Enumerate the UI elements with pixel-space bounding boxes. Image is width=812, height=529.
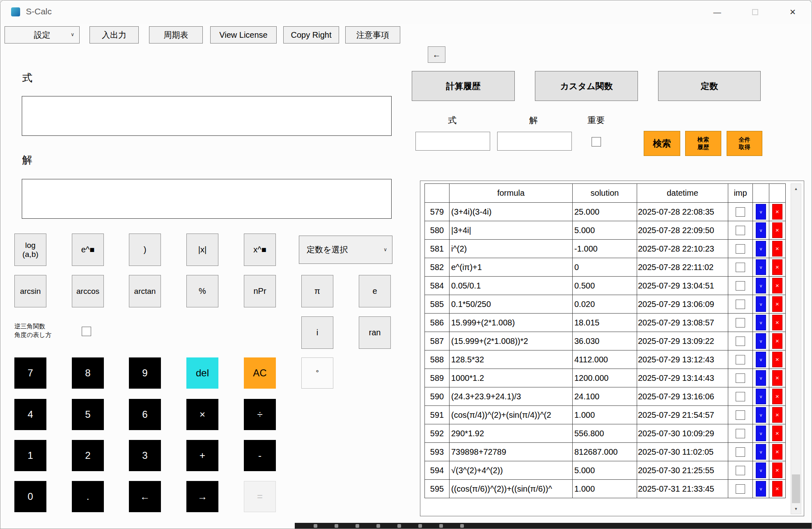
digit-6-key[interactable]: 6 [129, 399, 161, 430]
row-important-checkbox[interactable] [736, 226, 745, 235]
row-edit-button[interactable]: v [756, 389, 766, 404]
decimal-key[interactable]: . [72, 481, 104, 512]
row-important-checkbox[interactable] [736, 429, 745, 438]
all-clear-key[interactable]: AC [244, 357, 276, 389]
settings-dropdown[interactable]: 設定 ∨ [5, 26, 80, 44]
row-delete-button[interactable]: × [772, 370, 782, 386]
abs-key[interactable]: |x| [186, 234, 218, 266]
row-important-checkbox[interactable] [736, 318, 745, 327]
row-delete-button[interactable]: × [772, 222, 782, 238]
row-important-checkbox[interactable] [736, 281, 745, 291]
row-delete-button[interactable]: × [772, 278, 782, 293]
minimize-button[interactable]: — [698, 0, 736, 24]
taskbar-icon[interactable] [439, 524, 443, 528]
row-edit-button[interactable]: v [756, 352, 766, 367]
digit-4-key[interactable]: 4 [14, 399, 46, 430]
search-button[interactable]: 検索 [644, 131, 680, 156]
maximize-button[interactable] [736, 0, 774, 24]
io-button[interactable]: 入出力 [89, 26, 139, 44]
tab-custom-functions[interactable]: カスタム関数 [535, 71, 638, 101]
taskbar-icon[interactable] [376, 524, 380, 528]
taskbar-icon[interactable] [397, 524, 401, 528]
divide-key[interactable]: ÷ [244, 399, 276, 430]
row-important-checkbox[interactable] [736, 392, 745, 401]
row-delete-button[interactable]: × [772, 259, 782, 275]
row-important-checkbox[interactable] [736, 410, 745, 420]
row-edit-button[interactable]: v [756, 259, 766, 275]
taskbar-icon[interactable] [418, 524, 422, 528]
row-important-checkbox[interactable] [736, 466, 745, 475]
row-edit-button[interactable]: v [756, 370, 766, 386]
taskbar-icon[interactable] [335, 524, 338, 528]
multiply-key[interactable]: × [186, 399, 218, 430]
taskbar-icon[interactable] [356, 524, 359, 528]
digit-0-key[interactable]: 0 [14, 481, 46, 512]
solution-display[interactable] [22, 179, 392, 219]
row-delete-button[interactable]: × [772, 389, 782, 404]
add-key[interactable]: + [186, 440, 218, 471]
row-edit-button[interactable]: v [756, 333, 766, 349]
arctan-key[interactable]: arctan [129, 275, 161, 307]
row-edit-button[interactable]: v [756, 444, 766, 460]
arcsin-key[interactable]: arcsin [14, 275, 46, 307]
row-delete-button[interactable]: × [772, 333, 782, 349]
row-delete-button[interactable]: × [772, 481, 782, 497]
table-scrollbar[interactable]: ▲ ▼ [791, 183, 801, 514]
row-edit-button[interactable]: v [756, 315, 766, 330]
tab-calc-history[interactable]: 計算履歴 [412, 71, 515, 101]
constant-select-dropdown[interactable]: 定数を選択 ∨ [299, 236, 392, 264]
row-edit-button[interactable]: v [756, 278, 766, 293]
digit-9-key[interactable]: 9 [129, 357, 161, 389]
taskbar-icon[interactable] [460, 524, 464, 528]
row-edit-button[interactable]: v [756, 463, 766, 478]
equals-key[interactable]: = [244, 481, 276, 512]
row-edit-button[interactable]: v [756, 481, 766, 497]
i-key[interactable]: i [301, 316, 333, 349]
subtract-key[interactable]: - [244, 440, 276, 471]
digit-2-key[interactable]: 2 [72, 440, 104, 471]
search-formula-input[interactable] [415, 132, 490, 151]
taskbar-icon[interactable] [314, 524, 317, 528]
row-important-checkbox[interactable] [736, 244, 745, 254]
row-important-checkbox[interactable] [736, 207, 745, 217]
copyright-button[interactable]: Copy Right [283, 26, 339, 44]
digit-1-key[interactable]: 1 [14, 440, 46, 471]
row-delete-button[interactable]: × [772, 426, 782, 441]
npr-key[interactable]: nPr [244, 275, 276, 307]
digit-3-key[interactable]: 3 [129, 440, 161, 471]
row-edit-button[interactable]: v [756, 426, 766, 441]
scroll-up-icon[interactable]: ▲ [791, 184, 801, 194]
digit-8-key[interactable]: 8 [72, 357, 104, 389]
tab-constants[interactable]: 定数 [658, 71, 761, 101]
cursor-right-key[interactable]: → [186, 481, 218, 512]
e-key[interactable]: e [359, 275, 391, 307]
percent-key[interactable]: % [186, 275, 218, 307]
view-license-button[interactable]: View License [210, 26, 277, 44]
row-delete-button[interactable]: × [772, 352, 782, 367]
search-important-checkbox[interactable] [592, 137, 601, 147]
cursor-left-key[interactable]: ← [129, 481, 161, 512]
row-delete-button[interactable]: × [772, 444, 782, 460]
row-edit-button[interactable]: v [756, 241, 766, 256]
scroll-down-icon[interactable]: ▼ [791, 504, 801, 514]
rparen-key[interactable]: ) [129, 234, 161, 266]
row-delete-button[interactable]: × [772, 315, 782, 330]
titlebar[interactable]: S-Calc — ✕ [0, 0, 812, 24]
arccos-key[interactable]: arccos [72, 275, 104, 307]
row-delete-button[interactable]: × [772, 463, 782, 478]
row-edit-button[interactable]: v [756, 222, 766, 238]
row-important-checkbox[interactable] [736, 263, 745, 272]
row-delete-button[interactable]: × [772, 407, 782, 423]
row-important-checkbox[interactable] [736, 355, 745, 364]
row-delete-button[interactable]: × [772, 296, 782, 312]
degree-key[interactable]: ° [301, 357, 333, 389]
row-important-checkbox[interactable] [736, 300, 745, 309]
row-important-checkbox[interactable] [736, 373, 745, 383]
notes-button[interactable]: 注意事項 [345, 26, 400, 44]
search-solution-input[interactable] [497, 132, 572, 151]
ran-key[interactable]: ran [359, 316, 391, 349]
digit-5-key[interactable]: 5 [72, 399, 104, 430]
formula-display[interactable] [22, 96, 392, 136]
row-delete-button[interactable]: × [772, 204, 782, 220]
search-history-button[interactable]: 検索 履歴 [685, 131, 721, 156]
